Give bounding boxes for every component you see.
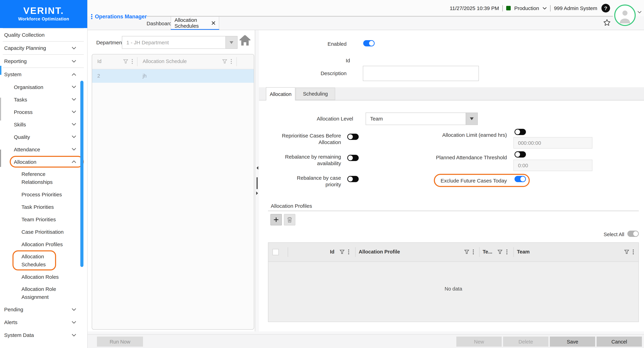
favorite-star-icon[interactable] bbox=[603, 19, 611, 26]
chevron-up-icon bbox=[72, 160, 76, 163]
sidebar-item-quality[interactable]: Quality bbox=[0, 130, 87, 143]
select-all-checkbox[interactable] bbox=[272, 249, 279, 255]
tab-allocation[interactable]: Allocation bbox=[266, 87, 295, 100]
home-icon[interactable] bbox=[239, 35, 251, 46]
column-menu-icon[interactable] bbox=[506, 249, 508, 254]
sidebar-item-attendance[interactable]: Attendance bbox=[0, 143, 87, 156]
enabled-toggle[interactable] bbox=[363, 40, 375, 46]
allocation-profiles-title: Allocation Profiles bbox=[271, 203, 312, 209]
allocation-level-select[interactable]: Team bbox=[366, 112, 478, 125]
sidebar-scrollbar-thumb[interactable] bbox=[80, 81, 84, 267]
sidebar-item-process[interactable]: Process bbox=[0, 106, 87, 118]
sidebar-item-organisation[interactable]: Organisation bbox=[0, 81, 87, 93]
sidebar-item-capacity-planning[interactable]: Capacity Planning bbox=[0, 42, 87, 54]
divider bbox=[550, 5, 550, 11]
sidebar-item-case-prioritisation[interactable]: Case Prioritisation bbox=[0, 226, 87, 238]
sidebar-item-task-priorities[interactable]: Task Priorities bbox=[0, 200, 87, 213]
cancel-button[interactable]: Cancel bbox=[596, 336, 642, 346]
column-menu-icon[interactable] bbox=[348, 249, 349, 254]
environment-label[interactable]: Production bbox=[514, 5, 539, 11]
schedules-grid: Id Allocation Schedule 2 jh bbox=[92, 54, 254, 330]
chevron-up-icon bbox=[72, 73, 76, 76]
sidebar-item-allocation-schedules[interactable]: Allocation Schedules bbox=[0, 250, 87, 270]
column-menu-icon[interactable] bbox=[632, 249, 634, 254]
chevron-down-icon bbox=[72, 334, 76, 336]
divider bbox=[502, 5, 503, 11]
department-input[interactable] bbox=[122, 36, 229, 48]
allocation-limit-toggle[interactable] bbox=[514, 129, 526, 135]
allocation-level-value: Team bbox=[370, 113, 383, 125]
sidebar-item-alerts[interactable]: Alerts bbox=[0, 316, 87, 328]
department-select[interactable] bbox=[122, 36, 238, 49]
filter-funnel-icon[interactable] bbox=[464, 250, 469, 254]
allocation-limit-field[interactable] bbox=[514, 137, 592, 148]
sidebar-item-tasks[interactable]: Tasks bbox=[0, 93, 87, 106]
id-label: Id bbox=[259, 58, 350, 63]
chevron-down-icon[interactable] bbox=[638, 11, 642, 14]
sidebar-item-system[interactable]: System bbox=[0, 68, 87, 81]
sidebar-item-pending[interactable]: Pending bbox=[0, 303, 87, 316]
close-icon[interactable] bbox=[212, 21, 215, 25]
drag-grip-icon[interactable] bbox=[91, 14, 92, 20]
sidebar: VERINT. Workforce Optimization Quality C… bbox=[0, 0, 88, 348]
column-menu-icon[interactable] bbox=[132, 59, 133, 64]
chevron-down-icon[interactable] bbox=[542, 7, 547, 10]
collapse-left-icon[interactable] bbox=[255, 166, 258, 170]
sidebar-item-reporting[interactable]: Reporting bbox=[0, 55, 87, 68]
chevron-down-icon bbox=[72, 136, 76, 138]
description-label: Description bbox=[259, 70, 346, 76]
filter-funnel-icon[interactable] bbox=[498, 250, 502, 254]
filter-funnel-icon[interactable] bbox=[340, 250, 344, 254]
footer-bar: Run Now New Delete Save Cancel bbox=[87, 334, 644, 348]
allocation-level-label: Allocation Level bbox=[259, 116, 353, 122]
splitter-handle[interactable] bbox=[256, 177, 258, 189]
tab-dashboard[interactable]: Dashboard bbox=[148, 18, 170, 28]
column-menu-icon[interactable] bbox=[230, 59, 232, 64]
sidebar-item-system-data[interactable]: System Data bbox=[0, 328, 87, 342]
dropdown-arrow-button[interactable] bbox=[226, 36, 237, 48]
sidebar-item-skills[interactable]: Skills bbox=[0, 118, 87, 130]
filter-funnel-icon[interactable] bbox=[624, 250, 629, 254]
sidebar-item-process-priorities[interactable]: Process Priorities bbox=[0, 188, 87, 200]
new-button[interactable]: New bbox=[456, 336, 502, 346]
planned-attendance-toggle[interactable] bbox=[514, 151, 526, 158]
empty-grid-message: No data bbox=[268, 286, 638, 292]
exclude-future-toggle[interactable] bbox=[514, 176, 526, 182]
tab-scheduling[interactable]: Scheduling bbox=[296, 88, 335, 100]
add-profile-button[interactable] bbox=[270, 214, 282, 226]
schedule-row-selected[interactable]: 2 jh bbox=[92, 69, 254, 83]
description-field[interactable] bbox=[363, 66, 479, 81]
tab-allocation-schedules[interactable]: Allocation Schedules bbox=[171, 16, 219, 29]
delete-button[interactable]: Delete bbox=[503, 336, 548, 346]
panel-splitter[interactable] bbox=[255, 30, 259, 332]
schedule-browser-panel: Department Id bbox=[88, 30, 255, 332]
person-icon bbox=[618, 8, 632, 24]
filter-funnel-icon[interactable] bbox=[123, 59, 128, 64]
filter-funnel-icon[interactable] bbox=[222, 59, 227, 64]
sidebar-item-allocation-role-assignment[interactable]: Allocation Role Assignment bbox=[0, 283, 87, 303]
plus-icon bbox=[274, 217, 279, 222]
delete-profile-button[interactable] bbox=[284, 214, 295, 226]
run-now-button[interactable]: Run Now bbox=[97, 336, 143, 346]
column-header-id: Id bbox=[330, 249, 334, 254]
avatar[interactable] bbox=[614, 4, 636, 26]
grid-header-row: Id Allocation Schedule bbox=[92, 54, 254, 69]
grid-header-row: Id Allocation Profile Te... bbox=[268, 243, 638, 262]
planned-attendance-field[interactable] bbox=[514, 160, 592, 171]
sidebar-item-allocation-roles[interactable]: Allocation Roles bbox=[0, 270, 87, 283]
sidebar-item-quality-collection[interactable]: Quality Collection bbox=[0, 28, 87, 41]
brand-logo: VERINT. Workforce Optimization bbox=[0, 0, 87, 28]
sidebar-item-reference-relationships[interactable]: Reference Relationships bbox=[0, 168, 87, 188]
dropdown-arrow-button[interactable] bbox=[466, 113, 478, 125]
sidebar-item-allocation-profiles[interactable]: Allocation Profiles bbox=[0, 238, 87, 250]
column-menu-icon[interactable] bbox=[472, 249, 474, 254]
app-window: VERINT. Workforce Optimization Quality C… bbox=[0, 0, 644, 348]
save-button[interactable]: Save bbox=[550, 336, 595, 346]
help-icon[interactable]: ? bbox=[602, 4, 610, 12]
schedule-detail-panel: Enabled Id Description Allocation Schedu… bbox=[259, 30, 644, 332]
cell-schedule: jh bbox=[143, 73, 147, 78]
module-title: Operations Manager bbox=[95, 14, 147, 20]
sidebar-item-allocation[interactable]: Allocation bbox=[0, 156, 87, 168]
select-all-toggle[interactable] bbox=[628, 230, 639, 237]
sidebar-item-team-priorities[interactable]: Team Priorities bbox=[0, 213, 87, 226]
